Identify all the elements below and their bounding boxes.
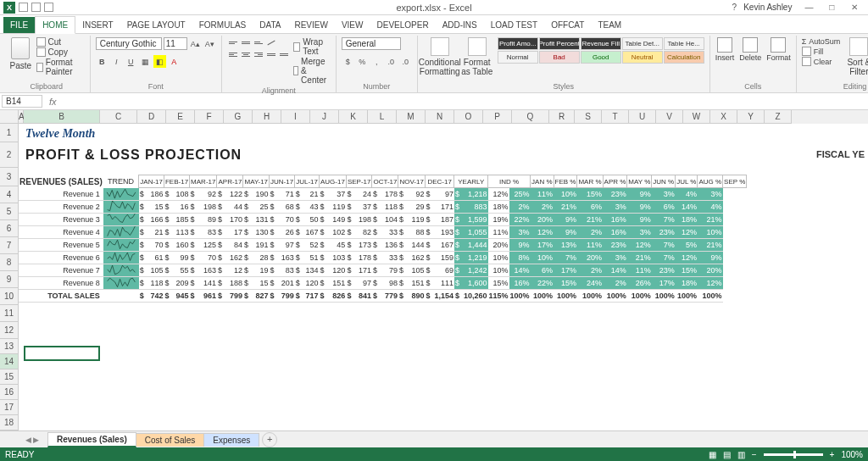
data-table[interactable]: REVENUES (SALES)TRENDJAN-17FEB-17MAR-17A…	[19, 175, 747, 303]
column-header[interactable]: I	[281, 110, 310, 124]
paste-button[interactable]: Paste	[8, 37, 33, 70]
column-header[interactable]: X	[710, 110, 737, 124]
clear-button[interactable]: Clear	[802, 57, 841, 66]
row-header[interactable]: 3	[0, 168, 19, 186]
increase-font-icon[interactable]: A▴	[189, 37, 202, 50]
autosum-button[interactable]: Σ AutoSum	[802, 37, 841, 46]
ribbon-tab-formulas[interactable]: FORMULAS	[192, 17, 253, 33]
row-headers[interactable]: 12345678910111213141516171819	[0, 124, 19, 430]
table-row[interactable]: Revenue 2$15$16$198$44$25$68$43$119$37$1…	[19, 201, 747, 214]
undo-icon[interactable]	[31, 3, 41, 12]
underline-button[interactable]: U	[125, 55, 137, 68]
tab-nav-first[interactable]: ◀	[25, 436, 31, 444]
table-row[interactable]: Revenue 5$70$160$125$84$191$97$52$45$173…	[19, 239, 747, 252]
format-painter-button[interactable]: Format Painter	[36, 58, 85, 76]
column-header[interactable]: P	[483, 110, 512, 124]
style-cell[interactable]: Table Det...	[622, 37, 663, 50]
increase-decimal-button[interactable]: .0	[385, 55, 398, 68]
row-header[interactable]: 13	[0, 339, 19, 354]
row-header[interactable]: 11	[0, 305, 19, 322]
view-normal-icon[interactable]: ▦	[709, 450, 716, 459]
table-row[interactable]: Revenue 1$186$108$92$122$190$71$21$37$24…	[19, 188, 747, 201]
row-header[interactable]: 10	[0, 288, 19, 305]
ribbon-tab-file[interactable]: FILE	[3, 17, 35, 33]
column-header[interactable]: V	[656, 110, 683, 124]
column-header[interactable]: J	[310, 110, 339, 124]
sheet-tab-revenues-sales-[interactable]: Revenues (Sales)	[47, 432, 136, 447]
formula-input[interactable]	[62, 96, 868, 107]
row-header[interactable]: 16	[0, 385, 19, 400]
merge-center-button[interactable]: Merge & Center	[293, 57, 331, 85]
zoom-slider[interactable]	[764, 453, 823, 456]
decrease-decimal-button[interactable]: .0	[399, 55, 412, 68]
insert-cells-button[interactable]: Insert	[715, 37, 735, 62]
align-right-button[interactable]	[253, 49, 264, 59]
style-cell[interactable]: Calculation	[664, 51, 704, 64]
column-header[interactable]: O	[454, 110, 483, 124]
zoom-in-button[interactable]: +	[830, 450, 835, 459]
sheet-tab-cost-of-sales[interactable]: Cost of Sales	[136, 433, 204, 447]
minimize-button[interactable]: —	[798, 3, 819, 12]
close-button[interactable]: ✕	[844, 3, 865, 12]
column-header[interactable]: E	[166, 110, 195, 124]
ribbon-tab-offcat[interactable]: OFFCAT	[544, 17, 591, 33]
row-header[interactable]: 2	[0, 142, 19, 168]
align-left-button[interactable]	[227, 49, 239, 59]
save-icon[interactable]	[19, 3, 28, 12]
ribbon-tab-data[interactable]: DATA	[253, 17, 287, 33]
delete-cells-button[interactable]: Delete	[739, 37, 761, 62]
view-break-icon[interactable]: ▥	[737, 450, 745, 459]
add-sheet-button[interactable]: +	[262, 432, 277, 447]
copy-button[interactable]: Copy	[36, 47, 85, 57]
bold-button[interactable]: B	[96, 55, 108, 68]
format-as-table-button[interactable]: Format as Table	[460, 37, 494, 76]
name-box[interactable]: B14	[2, 95, 42, 108]
comma-button[interactable]: ,	[370, 55, 383, 68]
column-header[interactable]: R	[549, 110, 575, 124]
column-headers[interactable]: ABCDEFGHIJKLMNOPQRSTUVWXYZ	[19, 110, 868, 124]
column-header[interactable]: Q	[512, 110, 549, 124]
ribbon-tab-add-ins[interactable]: ADD-INS	[436, 17, 484, 33]
orientation-button[interactable]	[265, 37, 277, 47]
column-header[interactable]: M	[397, 110, 426, 124]
row-header[interactable]: 12	[0, 322, 19, 339]
increase-indent-button[interactable]	[278, 49, 290, 59]
row-header[interactable]: 7	[0, 237, 19, 254]
redo-icon[interactable]	[44, 3, 53, 12]
zoom-out-button[interactable]: −	[752, 450, 757, 459]
row-header[interactable]: 15	[0, 369, 19, 385]
zoom-level[interactable]: 100%	[841, 450, 863, 459]
sheet-tab-expenses[interactable]: Expenses	[203, 433, 259, 447]
column-header[interactable]: C	[100, 110, 137, 124]
style-cell[interactable]: Revenue Fill	[581, 37, 621, 50]
table-row[interactable]: Revenue 6$61$99$70$162$28$163$51$103$178…	[19, 252, 747, 264]
sort-filter-button[interactable]: Sort & Filter	[843, 37, 868, 76]
ribbon-tab-insert[interactable]: INSERT	[75, 17, 120, 33]
ribbon-tab-developer[interactable]: DEVELOPER	[370, 17, 435, 33]
ribbon-tab-page-layout[interactable]: PAGE LAYOUT	[120, 17, 192, 33]
border-button[interactable]: ▦	[139, 55, 152, 68]
font-size-select[interactable]: 11	[164, 37, 187, 50]
column-header[interactable]: B	[24, 110, 100, 124]
decrease-indent-button[interactable]	[265, 49, 277, 59]
column-header[interactable]: D	[137, 110, 166, 124]
fill-color-button[interactable]: ◧	[153, 55, 166, 68]
table-row[interactable]: Revenue 4$21$113$83$17$130$26$167$102$82…	[19, 226, 747, 239]
column-header[interactable]: F	[195, 110, 224, 124]
conditional-formatting-button[interactable]: Conditional Formatting	[423, 37, 457, 76]
align-bottom-button[interactable]	[253, 37, 264, 47]
row-header[interactable]: 17	[0, 400, 19, 415]
ribbon-tab-load-test[interactable]: LOAD TEST	[484, 17, 544, 33]
row-header[interactable]: 14	[0, 354, 19, 369]
ribbon-tab-home[interactable]: HOME	[35, 16, 75, 34]
row-header[interactable]: 5	[0, 203, 19, 220]
column-header[interactable]: Y	[737, 110, 765, 124]
accounting-button[interactable]: $	[342, 55, 354, 68]
column-header[interactable]: W	[683, 110, 710, 124]
row-header[interactable]: 9	[0, 271, 19, 288]
cut-button[interactable]: Cut	[36, 37, 85, 47]
cell-styles-gallery[interactable]: Profit Amo...Profit PercentRevenue FillT…	[498, 37, 704, 64]
maximize-button[interactable]: □	[821, 3, 842, 12]
tab-nav-last[interactable]: ▶	[33, 436, 39, 444]
row-header[interactable]: 6	[0, 220, 19, 237]
